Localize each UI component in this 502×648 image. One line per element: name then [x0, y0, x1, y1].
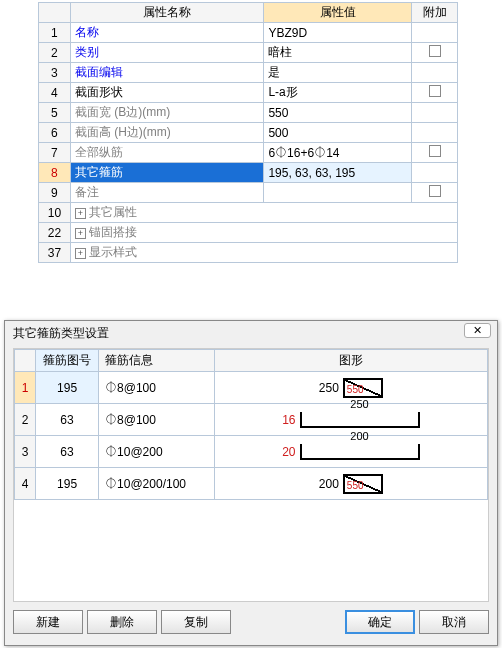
- stir-shape[interactable]: 20200: [214, 436, 487, 468]
- prop-name[interactable]: 截面编辑: [70, 63, 264, 83]
- prop-extra[interactable]: [412, 183, 458, 203]
- stir-info[interactable]: ⏀8@100: [99, 372, 215, 404]
- prop-extra[interactable]: [412, 103, 458, 123]
- prop-name[interactable]: 名称: [70, 23, 264, 43]
- header-name[interactable]: 属性名称: [70, 3, 264, 23]
- prop-value[interactable]: 195, 63, 63, 195: [264, 163, 412, 183]
- prop-name[interactable]: 类别: [70, 43, 264, 63]
- group-label[interactable]: +锚固搭接: [70, 223, 457, 243]
- rect-shape-icon: 550: [343, 474, 383, 494]
- row-number: 5: [39, 103, 71, 123]
- checkbox-icon[interactable]: [429, 45, 441, 57]
- stir-header-info[interactable]: 箍筋信息: [99, 350, 215, 372]
- property-row[interactable]: 8其它箍筋195, 63, 63, 195: [39, 163, 458, 183]
- row-number: 3: [15, 436, 36, 468]
- prop-name[interactable]: 截面高 (H边)(mm): [70, 123, 264, 143]
- property-group-row[interactable]: 22+锚固搭接: [39, 223, 458, 243]
- stir-id[interactable]: 195: [36, 372, 99, 404]
- stir-header-blank: [15, 350, 36, 372]
- prop-extra[interactable]: [412, 63, 458, 83]
- shape-left-value: 200: [319, 477, 339, 491]
- header-value[interactable]: 属性值: [264, 3, 412, 23]
- expand-icon[interactable]: +: [75, 228, 86, 239]
- copy-button[interactable]: 复制: [161, 610, 231, 634]
- stir-header-id[interactable]: 箍筋图号: [36, 350, 99, 372]
- rect-shape-icon: 550: [343, 378, 383, 398]
- stir-shape[interactable]: 200550: [214, 468, 487, 500]
- shape-left-value: 16: [282, 413, 295, 427]
- stir-header-shape[interactable]: 图形: [214, 350, 487, 372]
- prop-value[interactable]: 6⏀16+6⏀14: [264, 143, 412, 163]
- property-group-row[interactable]: 10+其它属性: [39, 203, 458, 223]
- property-row[interactable]: 9备注: [39, 183, 458, 203]
- prop-name[interactable]: 截面形状: [70, 83, 264, 103]
- header-blank: [39, 3, 71, 23]
- property-row[interactable]: 7全部纵筋6⏀16+6⏀14: [39, 143, 458, 163]
- row-number: 37: [39, 243, 71, 263]
- group-label[interactable]: +显示样式: [70, 243, 457, 263]
- close-icon[interactable]: ✕: [464, 323, 491, 338]
- stirrup-row[interactable]: 363⏀10@20020200: [15, 436, 488, 468]
- dialog-title: 其它箍筋类型设置: [13, 326, 109, 340]
- u-shape-icon: 200: [300, 444, 420, 460]
- shape-left-value: 20: [282, 445, 295, 459]
- group-label[interactable]: +其它属性: [70, 203, 457, 223]
- prop-value[interactable]: 暗柱: [264, 43, 412, 63]
- prop-name[interactable]: 全部纵筋: [70, 143, 264, 163]
- checkbox-icon[interactable]: [429, 85, 441, 97]
- prop-name[interactable]: 其它箍筋: [70, 163, 264, 183]
- header-extra[interactable]: 附加: [412, 3, 458, 23]
- prop-value[interactable]: YBZ9D: [264, 23, 412, 43]
- checkbox-icon[interactable]: [429, 145, 441, 157]
- prop-value[interactable]: 500: [264, 123, 412, 143]
- prop-value[interactable]: 是: [264, 63, 412, 83]
- stir-info[interactable]: ⏀10@200/100: [99, 468, 215, 500]
- row-number: 10: [39, 203, 71, 223]
- prop-name[interactable]: 备注: [70, 183, 264, 203]
- shape-left-value: 250: [319, 381, 339, 395]
- cancel-button[interactable]: 取消: [419, 610, 489, 634]
- property-row[interactable]: 1名称YBZ9D: [39, 23, 458, 43]
- property-table: 属性名称 属性值 附加 1名称YBZ9D2类别暗柱3截面编辑是4截面形状L-a形…: [38, 2, 458, 263]
- prop-extra[interactable]: [412, 43, 458, 63]
- expand-icon[interactable]: +: [75, 248, 86, 259]
- stir-id[interactable]: 63: [36, 436, 99, 468]
- stir-info[interactable]: ⏀8@100: [99, 404, 215, 436]
- prop-extra[interactable]: [412, 83, 458, 103]
- delete-button[interactable]: 删除: [87, 610, 157, 634]
- stirrup-table: 箍筋图号 箍筋信息 图形 1195⏀8@100250550263⏀8@10016…: [14, 349, 488, 500]
- stir-id[interactable]: 63: [36, 404, 99, 436]
- stirrup-row[interactable]: 1195⏀8@100250550: [15, 372, 488, 404]
- row-number: 3: [39, 63, 71, 83]
- property-row[interactable]: 6截面高 (H边)(mm)500: [39, 123, 458, 143]
- stir-info[interactable]: ⏀10@200: [99, 436, 215, 468]
- prop-name[interactable]: 截面宽 (B边)(mm): [70, 103, 264, 123]
- ok-button[interactable]: 确定: [345, 610, 415, 634]
- prop-value[interactable]: [264, 183, 412, 203]
- prop-value[interactable]: 550: [264, 103, 412, 123]
- property-group-row[interactable]: 37+显示样式: [39, 243, 458, 263]
- row-number: 2: [39, 43, 71, 63]
- property-row[interactable]: 2类别暗柱: [39, 43, 458, 63]
- prop-extra[interactable]: [412, 123, 458, 143]
- property-row[interactable]: 4截面形状L-a形: [39, 83, 458, 103]
- prop-extra[interactable]: [412, 163, 458, 183]
- stirrup-row[interactable]: 4195⏀10@200/100200550: [15, 468, 488, 500]
- row-number: 22: [39, 223, 71, 243]
- row-number: 4: [39, 83, 71, 103]
- prop-extra[interactable]: [412, 23, 458, 43]
- property-row[interactable]: 5截面宽 (B边)(mm)550: [39, 103, 458, 123]
- expand-icon[interactable]: +: [75, 208, 86, 219]
- row-number: 1: [39, 23, 71, 43]
- prop-value[interactable]: L-a形: [264, 83, 412, 103]
- stirrup-row[interactable]: 263⏀8@10016250: [15, 404, 488, 436]
- property-row[interactable]: 3截面编辑是: [39, 63, 458, 83]
- row-number: 1: [15, 372, 36, 404]
- stir-id[interactable]: 195: [36, 468, 99, 500]
- prop-extra[interactable]: [412, 143, 458, 163]
- row-number: 2: [15, 404, 36, 436]
- checkbox-icon[interactable]: [429, 185, 441, 197]
- u-shape-icon: 250: [300, 412, 420, 428]
- row-number: 8: [39, 163, 71, 183]
- new-button[interactable]: 新建: [13, 610, 83, 634]
